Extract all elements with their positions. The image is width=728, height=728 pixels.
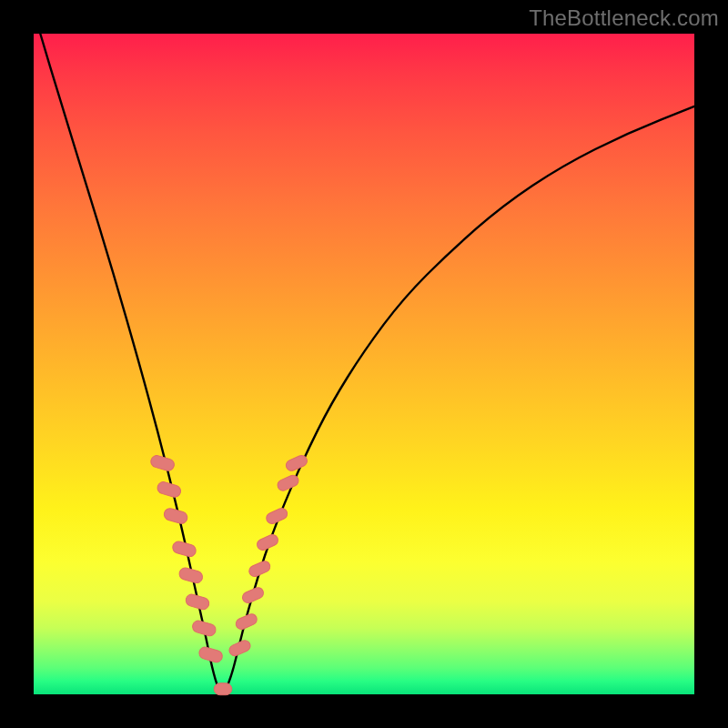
curve-marker: [214, 683, 232, 695]
bottleneck-curve-svg: [34, 34, 694, 694]
curve-marker: [191, 620, 217, 638]
curve-marker: [171, 540, 197, 558]
curve-marker: [178, 566, 205, 584]
curve-marker: [185, 593, 211, 612]
curve-marker: [284, 454, 308, 473]
curve-marker: [197, 646, 224, 664]
curve-marker: [149, 454, 176, 472]
curve-marker: [157, 480, 183, 499]
watermark-text: TheBottleneck.com: [529, 5, 719, 31]
chart-plot-area: [34, 34, 694, 694]
curve-markers: [149, 454, 308, 695]
chart-frame: TheBottleneck.com: [0, 0, 728, 728]
curve-marker: [163, 507, 189, 525]
bottleneck-curve: [40, 34, 694, 691]
curve-marker: [241, 586, 266, 605]
curve-marker: [276, 473, 300, 492]
